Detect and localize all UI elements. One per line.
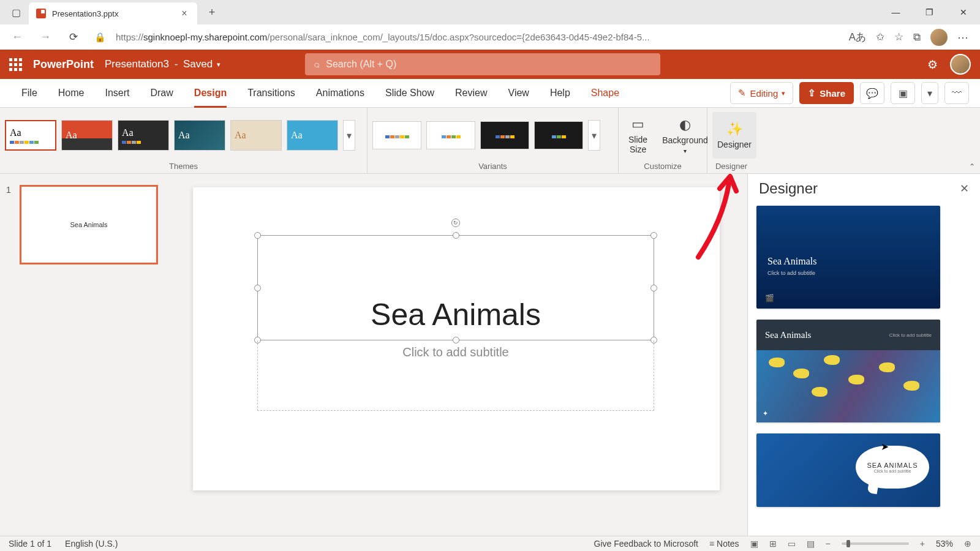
account-avatar-icon[interactable]: [950, 54, 971, 75]
variant-1[interactable]: [372, 121, 421, 149]
title-text-box[interactable]: ↻ Sea Animals Click to add subtitle: [257, 235, 654, 413]
resize-handle-ml[interactable]: [254, 285, 261, 291]
tab-help[interactable]: Help: [540, 79, 581, 108]
more-variants-button[interactable]: ▾: [588, 120, 600, 151]
tab-home[interactable]: Home: [48, 79, 95, 108]
tab-animations[interactable]: Animations: [306, 79, 375, 108]
design-idea-3[interactable]: SEA ANIMALS Click to add subtitle: [756, 433, 940, 507]
collections-icon[interactable]: ⧉: [913, 31, 921, 43]
editing-mode-button[interactable]: ✎ Editing ▾: [730, 82, 793, 104]
tab-draw[interactable]: Draw: [140, 79, 183, 108]
browser-tab[interactable]: Presentation3.pptx ×: [29, 2, 197, 24]
thumbnail-preview[interactable]: Sea Animals: [20, 185, 158, 264]
favorites-icon[interactable]: ☆: [894, 31, 903, 43]
subtitle-text-box[interactable]: Click to add subtitle: [257, 340, 654, 411]
more-themes-button[interactable]: ▾: [343, 120, 355, 151]
zoom-level[interactable]: 53%: [936, 539, 953, 549]
theme-5[interactable]: Aa: [230, 120, 282, 151]
document-name[interactable]: Presentation3 - Saved ▾: [105, 58, 221, 70]
tab-file[interactable]: File: [11, 79, 48, 108]
tab-shape[interactable]: Shape: [581, 79, 630, 108]
background-label: Background: [662, 135, 708, 145]
comments-button[interactable]: 💬: [860, 82, 884, 104]
nav-back-button[interactable]: ←: [6, 26, 28, 48]
slide-thumbnail-panel[interactable]: 1 Sea Animals: [0, 174, 172, 536]
tab-slideshow[interactable]: Slide Show: [375, 79, 445, 108]
zoom-in-button[interactable]: +: [920, 539, 925, 549]
tab-close-button[interactable]: ×: [179, 8, 190, 19]
zoom-slider-thumb[interactable]: [846, 540, 850, 547]
activity-button[interactable]: 〰: [944, 82, 969, 104]
slideshow-view-button[interactable]: ▤: [807, 539, 815, 549]
collapse-ribbon-button[interactable]: ⌃: [969, 162, 975, 171]
resize-handle-tr[interactable]: [650, 232, 657, 239]
search-input[interactable]: ⌕ Search (Alt + Q): [305, 53, 660, 75]
variant-2[interactable]: [426, 121, 475, 149]
rotate-handle[interactable]: ↻: [451, 219, 460, 227]
refresh-button[interactable]: ⟳: [62, 26, 85, 48]
zoom-slider[interactable]: [842, 542, 909, 545]
profile-avatar-icon[interactable]: [930, 29, 948, 46]
tab-transitions[interactable]: Transitions: [237, 79, 306, 108]
sorter-view-button[interactable]: ⊞: [769, 539, 777, 549]
window-maximize-button[interactable]: ❐: [913, 0, 946, 24]
design-idea-1-subtitle: Click to add subtitle: [767, 270, 815, 276]
present-menu-button[interactable]: ▾: [921, 82, 938, 104]
tab-design[interactable]: Design: [184, 79, 237, 108]
window-close-button[interactable]: ✕: [946, 0, 980, 24]
app-launcher-icon[interactable]: [9, 58, 22, 71]
url-field[interactable]: https://sginknoepl-my.sharepoint.com/per…: [116, 32, 843, 42]
resize-handle-mr[interactable]: [650, 285, 657, 291]
design-idea-2[interactable]: Sea Animals Click to add subtitle ✦: [756, 320, 940, 422]
designer-button[interactable]: ✨Designer: [712, 112, 756, 159]
variant-3[interactable]: [480, 121, 529, 149]
present-button[interactable]: ▣: [891, 82, 915, 104]
slide-thumbnail-1[interactable]: 1 Sea Animals: [6, 185, 165, 264]
theme-3[interactable]: Aa: [118, 120, 169, 151]
customize-group: ▭Slide Size ◐Background▾ Customize: [619, 108, 707, 173]
site-info-icon[interactable]: 🔒: [91, 32, 110, 43]
new-tab-button[interactable]: +: [202, 6, 222, 19]
slide-size-button[interactable]: ▭Slide Size: [624, 112, 652, 159]
subtitle-placeholder[interactable]: Click to add subtitle: [258, 340, 654, 359]
reading-mode-icon[interactable]: Aあ: [849, 30, 866, 44]
theme-office[interactable]: Aa: [5, 120, 56, 151]
theme-6[interactable]: Aa: [287, 120, 338, 151]
reading-view-button[interactable]: ▭: [788, 539, 796, 549]
designer-ideas-list[interactable]: Sea Animals Click to add subtitle 🎬 Sea …: [748, 201, 980, 536]
slide-counter[interactable]: Slide 1 of 1: [9, 539, 51, 549]
tracking-icon[interactable]: ✩: [876, 31, 884, 43]
share-button[interactable]: ⇪ Share: [799, 82, 854, 104]
designer-close-button[interactable]: ✕: [960, 182, 969, 195]
window-minimize-button[interactable]: —: [879, 0, 913, 24]
settings-icon[interactable]: ⚙: [927, 58, 938, 72]
tab-view[interactable]: View: [498, 79, 540, 108]
normal-view-button[interactable]: ▣: [750, 539, 758, 549]
browser-menu-icon[interactable]: ⋯: [957, 31, 969, 44]
theme-2[interactable]: Aa: [61, 120, 113, 151]
tab-review[interactable]: Review: [445, 79, 497, 108]
pencil-icon: ✎: [738, 88, 746, 99]
tab-strip: ▢ Presentation3.pptx × + — ❐ ✕: [0, 0, 980, 24]
designer-group: ✨Designer Designer: [707, 108, 755, 173]
selection-frame: ↻ Sea Animals: [257, 235, 654, 340]
notes-toggle[interactable]: ≡ Notes: [709, 539, 739, 549]
edge-sidebar-button[interactable]: ▢: [3, 0, 29, 24]
tab-insert[interactable]: Insert: [94, 79, 140, 108]
zoom-out-button[interactable]: −: [826, 539, 831, 549]
resize-handle-tl[interactable]: [254, 232, 261, 239]
slide-canvas[interactable]: ↻ Sea Animals Click to add subtitle: [193, 187, 720, 490]
fit-to-window-button[interactable]: ⊕: [964, 539, 971, 549]
nav-forward-button[interactable]: →: [34, 26, 56, 48]
language-indicator[interactable]: English (U.S.): [65, 539, 118, 549]
theme-4[interactable]: Aa: [174, 120, 225, 151]
background-button[interactable]: ◐Background▾: [657, 112, 713, 159]
slide-title-text[interactable]: Sea Animals: [258, 236, 654, 332]
design-idea-1[interactable]: Sea Animals Click to add subtitle 🎬: [756, 206, 940, 309]
resize-handle-tm[interactable]: [453, 232, 459, 239]
customize-group-label: Customize: [624, 159, 702, 173]
status-bar: Slide 1 of 1 English (U.S.) Give Feedbac…: [0, 536, 980, 551]
themes-group: Aa Aa Aa Aa Aa Aa ▾ Themes: [0, 108, 368, 173]
feedback-link[interactable]: Give Feedback to Microsoft: [594, 539, 698, 549]
variant-4[interactable]: [534, 121, 583, 149]
